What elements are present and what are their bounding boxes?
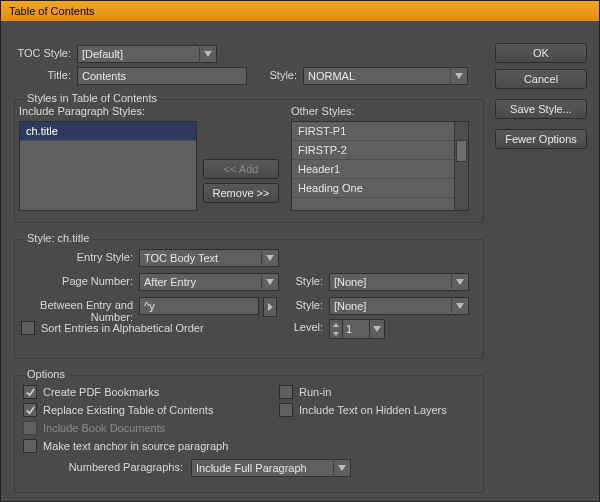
chevron-down-icon xyxy=(333,459,350,477)
between-style-value: [None] xyxy=(334,300,366,312)
sort-checkbox[interactable]: Sort Entries in Alphabetical Order xyxy=(21,321,204,335)
runin-label: Run-in xyxy=(299,386,331,398)
cancel-button[interactable]: Cancel xyxy=(495,69,587,89)
page-number-label: Page Number: xyxy=(19,275,133,287)
replace-checkbox[interactable]: Replace Existing Table of Contents xyxy=(23,403,213,417)
page-number-dropdown[interactable]: After Entry xyxy=(139,273,279,291)
between-label: Between Entry and Number: xyxy=(0,299,133,323)
include-styles-label: Include Paragraph Styles: xyxy=(19,105,145,117)
replace-label: Replace Existing Table of Contents xyxy=(43,404,213,416)
title-style-label: Style: xyxy=(261,69,297,81)
include-styles-list[interactable]: ch.title xyxy=(19,121,197,211)
list-item[interactable]: FIRSTP-2 xyxy=(292,141,468,160)
spinner-dropdown[interactable] xyxy=(370,319,385,339)
level-label: Level: xyxy=(287,321,323,333)
numbered-label: Numbered Paragraphs: xyxy=(53,461,183,473)
options-legend: Options xyxy=(23,368,69,380)
pn-style-label: Style: xyxy=(287,275,323,287)
hidden-label: Include Text on Hidden Layers xyxy=(299,404,447,416)
dialog-body: TOC Style: [Default] Title: Contents Sty… xyxy=(1,21,599,501)
style-detail-legend: Style: ch.title xyxy=(23,232,93,244)
dialog-title: Table of Contents xyxy=(1,1,599,21)
entry-style-label: Entry Style: xyxy=(19,251,133,263)
include-book-label: Include Book Documents xyxy=(43,422,165,434)
scrollbar-thumb[interactable] xyxy=(456,140,467,162)
runin-checkbox[interactable]: Run-in xyxy=(279,385,331,399)
anchor-label: Make text anchor in source paragraph xyxy=(43,440,228,452)
fewer-options-button[interactable]: Fewer Options xyxy=(495,129,587,149)
remove-button[interactable]: Remove >> xyxy=(203,183,279,203)
between-input[interactable]: ^y xyxy=(139,297,259,315)
checkbox-box xyxy=(23,439,37,453)
between-style-label: Style: xyxy=(287,299,323,311)
numbered-value: Include Full Paragraph xyxy=(196,462,307,474)
hidden-checkbox[interactable]: Include Text on Hidden Layers xyxy=(279,403,447,417)
include-book-checkbox: Include Book Documents xyxy=(23,421,165,435)
list-item[interactable]: Heading One xyxy=(292,179,468,198)
entry-style-value: TOC Body Text xyxy=(144,252,218,264)
ok-button[interactable]: OK xyxy=(495,43,587,63)
add-button: << Add xyxy=(203,159,279,179)
checkbox-box xyxy=(23,403,37,417)
title-style-dropdown[interactable]: NORMAL xyxy=(303,67,468,85)
other-styles-label: Other Styles: xyxy=(291,105,355,117)
toc-style-value: [Default] xyxy=(82,48,123,60)
checkbox-box xyxy=(23,421,37,435)
pn-style-dropdown[interactable]: [None] xyxy=(329,273,469,291)
level-spinner[interactable]: 1 xyxy=(329,319,385,339)
anchor-checkbox[interactable]: Make text anchor in source paragraph xyxy=(23,439,228,453)
chevron-down-icon xyxy=(261,273,278,291)
title-style-value: NORMAL xyxy=(308,70,355,82)
title-label: Title: xyxy=(11,69,71,81)
list-item[interactable]: Header1 xyxy=(292,160,468,179)
scrollbar[interactable] xyxy=(454,122,468,210)
title-input[interactable]: Contents xyxy=(77,67,247,85)
spinner-updown[interactable] xyxy=(329,319,343,339)
between-flyout[interactable] xyxy=(263,297,277,317)
chevron-down-icon xyxy=(450,67,467,85)
chevron-down-icon xyxy=(451,273,468,291)
checkbox-box xyxy=(279,403,293,417)
between-style-dropdown[interactable]: [None] xyxy=(329,297,469,315)
checkbox-box xyxy=(279,385,293,399)
toc-style-label: TOC Style: xyxy=(11,47,71,59)
create-pdf-label: Create PDF Bookmarks xyxy=(43,386,159,398)
list-item[interactable]: ch.title xyxy=(20,122,196,141)
checkbox-box xyxy=(23,385,37,399)
chevron-down-icon xyxy=(261,249,278,267)
sort-label: Sort Entries in Alphabetical Order xyxy=(41,322,204,334)
page-number-value: After Entry xyxy=(144,276,196,288)
save-style-button[interactable]: Save Style... xyxy=(495,99,587,119)
toc-style-dropdown[interactable]: [Default] xyxy=(77,45,217,63)
pn-style-value: [None] xyxy=(334,276,366,288)
between-value: ^y xyxy=(144,300,155,312)
numbered-dropdown[interactable]: Include Full Paragraph xyxy=(191,459,351,477)
list-item[interactable]: FIRST-P1 xyxy=(292,122,468,141)
styles-group-legend: Styles in Table of Contents xyxy=(23,92,161,104)
chevron-down-icon xyxy=(199,45,216,63)
level-value[interactable]: 1 xyxy=(343,319,370,339)
chevron-down-icon xyxy=(451,297,468,315)
title-value: Contents xyxy=(82,70,126,82)
other-styles-list[interactable]: FIRST-P1 FIRSTP-2 Header1 Heading One xyxy=(291,121,469,211)
create-pdf-checkbox[interactable]: Create PDF Bookmarks xyxy=(23,385,159,399)
checkbox-box xyxy=(21,321,35,335)
entry-style-dropdown[interactable]: TOC Body Text xyxy=(139,249,279,267)
